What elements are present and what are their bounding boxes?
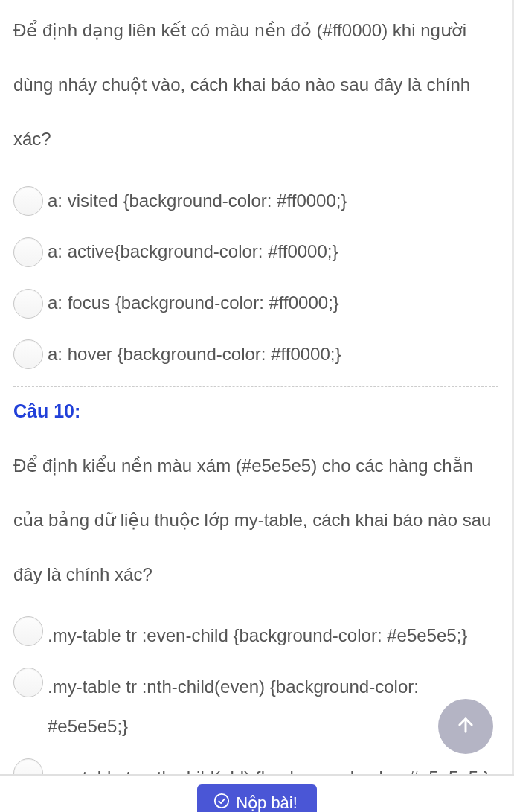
question-prompt: Để định kiểu nền màu xám (#e5e5e5) cho c…	[13, 438, 498, 602]
submit-button[interactable]: Nộp bài!	[197, 784, 317, 812]
option-text: a: active{background-color: #ff0000;}	[48, 232, 338, 272]
option-row[interactable]: a: visited {background-color: #ff0000;}	[13, 182, 498, 221]
radio-icon[interactable]	[13, 339, 43, 369]
option-row[interactable]: a: focus {background-color: #ff0000;}	[13, 284, 498, 323]
footer-bar: Nộp bài!	[0, 774, 514, 812]
check-circle-icon	[213, 793, 230, 812]
option-text: a: focus {background-color: #ff0000;}	[48, 284, 339, 323]
option-row[interactable]: a: active{background-color: #ff0000;}	[13, 232, 498, 272]
option-text: a: visited {background-color: #ff0000;}	[48, 182, 347, 221]
option-text: .my-table tr :nth-child(even) {backgroun…	[48, 668, 498, 747]
question-divider	[13, 386, 498, 387]
option-row[interactable]: .my-table tr :nth-child(old) {background…	[13, 758, 498, 774]
options-list: .my-table tr :even-child {background-col…	[13, 616, 498, 774]
radio-icon[interactable]	[13, 289, 43, 319]
scroll-top-button[interactable]	[438, 699, 493, 754]
question-number: Câu 10:	[13, 400, 498, 422]
content-area: Để định dạng liên kết có màu nền đỏ (#ff…	[0, 0, 514, 774]
radio-icon[interactable]	[13, 186, 43, 216]
radio-icon[interactable]	[13, 668, 43, 697]
radio-icon[interactable]	[13, 237, 43, 267]
options-list: a: visited {background-color: #ff0000;} …	[13, 182, 498, 374]
svg-point-1	[215, 794, 228, 808]
option-text: .my-table tr :nth-child(old) {background…	[48, 758, 489, 774]
question-block-9: Để định dạng liên kết có màu nền đỏ (#ff…	[13, 3, 498, 374]
radio-icon[interactable]	[13, 616, 43, 646]
radio-icon[interactable]	[13, 758, 43, 774]
option-text: .my-table tr :even-child {background-col…	[48, 616, 467, 656]
option-row[interactable]: a: hover {background-color: #ff0000;}	[13, 335, 498, 374]
arrow-up-icon	[455, 715, 476, 738]
option-row[interactable]: .my-table tr :even-child {background-col…	[13, 616, 498, 656]
option-text: a: hover {background-color: #ff0000;}	[48, 335, 341, 374]
question-prompt: Để định dạng liên kết có màu nền đỏ (#ff…	[13, 3, 498, 167]
question-block-10: Câu 10: Để định kiểu nền màu xám (#e5e5e…	[13, 400, 498, 774]
submit-label: Nộp bài!	[236, 793, 298, 812]
option-row[interactable]: .my-table tr :nth-child(even) {backgroun…	[13, 668, 498, 747]
